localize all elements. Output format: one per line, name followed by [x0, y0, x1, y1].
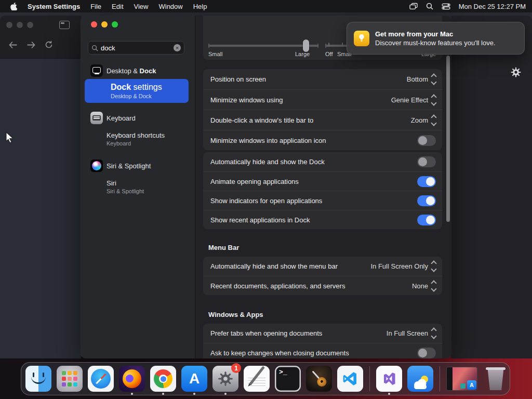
sidebar-item-keyboard-shortcuts[interactable]: Keyboard shortcuts Keyboard — [81, 129, 195, 148]
setting-row-show-indicators[interactable]: Show indicators for open applications — [203, 191, 442, 210]
close-icon[interactable] — [91, 21, 97, 28]
sidebar-item-dock-settings[interactable]: Dock settings Desktop & Dock — [85, 79, 189, 103]
dock-firefox-icon[interactable] — [119, 366, 145, 392]
scrollbar-thumb[interactable] — [446, 56, 450, 222]
setting-row-autohide-menubar[interactable]: Automatically hide and show the menu bar… — [203, 257, 442, 276]
terminal-prompt-glyph: >_ — [279, 368, 287, 376]
dropdown-value: Zoom — [411, 116, 428, 124]
open-indicator-dot — [131, 393, 133, 395]
dock-launchpad-icon[interactable] — [57, 366, 83, 392]
dropdown-stepper-icon[interactable] — [432, 95, 436, 105]
setting-label: Double-click a window's title bar to — [210, 116, 411, 124]
toggle-switch[interactable] — [417, 195, 436, 206]
gear-icon[interactable] — [510, 66, 522, 80]
dock-app-store-icon[interactable]: A — [181, 366, 207, 392]
dock-size-slider[interactable] — [208, 45, 318, 47]
dock-minimized-window-thumbnail[interactable]: A — [446, 367, 477, 391]
menu-edit[interactable]: Edit — [107, 3, 128, 10]
menu-bar: System Settings File Edit View Window He… — [0, 0, 532, 12]
forward-arrow-icon[interactable] — [26, 41, 36, 49]
zoom-icon[interactable] — [112, 21, 118, 28]
notification-banner[interactable]: Get more from your Mac Discover must-kno… — [347, 22, 525, 55]
menu-file[interactable]: File — [85, 3, 107, 10]
dock-garageband-icon[interactable] — [306, 366, 332, 392]
dock-textedit-icon[interactable] — [244, 366, 270, 392]
dropdown-stepper-icon[interactable] — [432, 281, 436, 291]
menu-help[interactable]: Help — [188, 3, 212, 10]
menu-bar-clock[interactable]: Mon Dec 25 12:27 PM — [459, 3, 526, 10]
dock-trash-icon[interactable] — [483, 366, 509, 392]
setting-label: Minimize windows into application icon — [210, 137, 417, 144]
minimize-icon[interactable] — [101, 21, 108, 28]
dock-finder-icon[interactable] — [25, 366, 51, 392]
search-icon — [91, 45, 98, 51]
dock-size-slider-thumb[interactable] — [303, 39, 309, 52]
sidebar-item-keyboard[interactable]: Keyboard — [81, 110, 195, 126]
dropdown-stepper-icon[interactable] — [432, 261, 436, 271]
dock: A 1 >_ — [21, 362, 510, 395]
sidebar-item-siri[interactable]: Siri Siri & Spotlight — [81, 177, 195, 196]
open-indicator-dot — [193, 393, 195, 395]
setting-label: Show recent applications in Dock — [210, 216, 417, 224]
magnification-tick — [342, 43, 343, 47]
setting-row-doubleclick[interactable]: Double-click a window's title bar to Zoo… — [203, 110, 442, 130]
result-title: Keyboard shortcuts — [107, 131, 191, 139]
inactive-close-icon[interactable] — [6, 22, 12, 28]
menu-window[interactable]: Window — [153, 3, 188, 10]
setting-row-prefer-tabs[interactable]: Prefer tabs when opening documents In Fu… — [203, 324, 442, 343]
app-store-badge-icon: A — [467, 380, 476, 390]
toggle-switch[interactable] — [417, 176, 436, 187]
result-subtitle: Desktop & Dock — [111, 93, 184, 99]
dock-chrome-icon[interactable] — [150, 366, 176, 392]
dock-system-settings-icon[interactable]: 1 — [212, 366, 238, 392]
setting-row-autohide-dock[interactable]: Automatically hide and show the Dock — [203, 152, 442, 171]
back-arrow-icon[interactable] — [8, 41, 18, 49]
dropdown-stepper-icon[interactable] — [432, 115, 436, 125]
setting-row-ask-keep-changes[interactable]: Ask to keep changes when closing documen… — [203, 343, 442, 358]
sidebar-item-siri-spotlight[interactable]: Siri & Spotlight — [81, 158, 195, 174]
setting-row-animate-opening[interactable]: Animate opening applications — [203, 171, 442, 191]
setting-label: Ask to keep changes when closing documen… — [210, 349, 417, 357]
mouse-cursor — [5, 131, 15, 146]
setting-row-show-recent[interactable]: Show recent applications in Dock — [203, 210, 442, 229]
stage-manager-icon[interactable] — [409, 3, 418, 10]
setting-label: Automatically hide and show the Dock — [210, 158, 417, 166]
dock-divider — [369, 366, 370, 391]
dropdown-value: In Full Screen Only — [370, 262, 428, 270]
setting-row-minimize-effect[interactable]: Minimize windows using Genie Effect — [203, 89, 442, 110]
spotlight-search-icon[interactable] — [426, 3, 433, 10]
search-input[interactable] — [101, 44, 174, 52]
toggle-switch[interactable] — [417, 215, 436, 225]
menu-view[interactable]: View — [129, 3, 154, 10]
setting-row-position[interactable]: Position on screen Bottom — [203, 69, 442, 89]
background-browser-window[interactable] — [0, 16, 81, 358]
dock-visual-studio-icon[interactable] — [376, 366, 402, 392]
background-app-window[interactable] — [451, 16, 532, 358]
inactive-zoom-icon[interactable] — [27, 22, 33, 28]
search-field[interactable]: × — [88, 41, 184, 55]
inactive-minimize-icon[interactable] — [17, 22, 23, 28]
apple-menu-icon[interactable] — [7, 3, 20, 10]
sidebar-item-desktop-dock[interactable]: Desktop & Dock — [81, 63, 195, 78]
control-center-icon[interactable] — [442, 3, 450, 10]
desktop-dock-icon — [90, 64, 103, 77]
dock-weather-icon[interactable] — [407, 366, 433, 392]
toggle-switch[interactable] — [417, 348, 436, 358]
dock-safari-icon[interactable] — [88, 366, 114, 392]
dropdown-stepper-icon[interactable] — [432, 74, 436, 84]
size-min-label: Small — [208, 51, 223, 57]
refresh-icon[interactable] — [45, 41, 53, 49]
dock-divider — [440, 366, 440, 391]
sidebar-toggle-icon[interactable] — [59, 21, 70, 29]
dropdown-stepper-icon[interactable] — [432, 328, 436, 338]
setting-row-minimize-into-icon[interactable]: Minimize windows into application icon — [203, 130, 442, 150]
dock-terminal-icon[interactable]: >_ — [275, 366, 301, 392]
clear-search-icon[interactable]: × — [174, 44, 181, 51]
toggle-switch[interactable] — [417, 135, 436, 146]
setting-row-recent-documents[interactable]: Recent documents, applications, and serv… — [203, 276, 442, 295]
toggle-switch[interactable] — [417, 156, 436, 167]
setting-label: Show indicators for open applications — [210, 197, 417, 205]
dock-vscode-icon[interactable] — [337, 366, 363, 392]
app-menu-title[interactable]: System Settings — [22, 3, 85, 10]
result-title: Siri — [107, 179, 191, 187]
